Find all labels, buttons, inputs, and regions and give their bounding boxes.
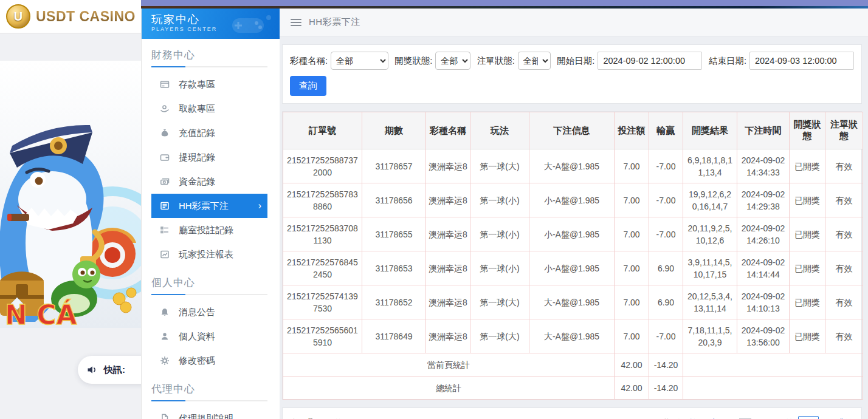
hand-coin-icon (160, 104, 170, 114)
top-purple-strip (141, 0, 868, 6)
mascot-illustration: N CÁ (0, 61, 141, 328)
cell-draw-status: 已開獎 (790, 319, 825, 353)
cell-bet-time: 2024-09-02 13:56:00 (737, 319, 790, 353)
cell-period: 31178653 (362, 251, 426, 285)
cell-draw-status: 已開獎 (790, 217, 825, 251)
cell-win-loss: -7.00 (649, 149, 683, 183)
person-icon (160, 332, 170, 341)
lottery-name-label: 彩種名稱: (290, 55, 328, 67)
sidebar-item-profile[interactable]: 個人資料 (151, 324, 267, 349)
speaker-icon (86, 364, 98, 376)
cell-lottery-name: 澳洲幸运8 (426, 285, 470, 319)
summary-bet-amount: 42.00 (615, 376, 649, 400)
cell-win-loss: 6.90 (649, 285, 683, 319)
sidebar-item-agent-rules[interactable]: 代理規則說明 (151, 406, 267, 419)
sidebar-item-lottery-bet[interactable]: HH彩票下注 › (151, 194, 267, 218)
sidebar-item-label: 個人資料 (179, 331, 215, 342)
sidebar-item-announcements[interactable]: 消息公告 (151, 300, 267, 324)
col-header-play-type: 玩法 (470, 112, 529, 149)
cell-draw-result: 20,11,9,2,5,10,12,6 (683, 217, 737, 251)
moneybag-icon (160, 128, 170, 138)
cell-win-loss: -7.00 (649, 183, 683, 217)
chevron-right-icon: › (258, 201, 261, 211)
sidebar-item-funds-record[interactable]: 資金記錄 (151, 169, 267, 194)
sidebar-item-withdrawal-record[interactable]: 提現記錄 (151, 145, 267, 169)
cell-bet-time: 2024-09-02 14:14:44 (737, 251, 790, 285)
menu-toggle-icon[interactable] (291, 19, 301, 26)
table-header-row: 訂單號 期數 彩種名稱 玩法 下注信息 投注額 輸贏 開獎結果 下注時間 開獎狀… (283, 112, 863, 149)
cell-period: 31178649 (362, 319, 426, 353)
sidebar-item-label: 充值記錄 (179, 128, 215, 139)
col-header-bet-time: 下注時間 (737, 112, 790, 149)
summary-empty (683, 353, 863, 376)
brand-logo[interactable]: U USDT CASINO (0, 0, 141, 33)
order-status-select[interactable]: 全部 (518, 52, 551, 70)
sidebar-item-label: HH彩票下注 (179, 200, 229, 212)
cell-bet-info: 小-A盤@1.985 (529, 217, 615, 251)
personal-menu: 消息公告 個人資料 修改密碼 (151, 300, 267, 373)
sidebar-item-room-bet-record[interactable]: 廳室投註記錄 (151, 218, 267, 242)
bell-icon (160, 307, 170, 317)
cell-order-no: 2152172525887372000 (283, 149, 362, 183)
col-header-bet-info: 下注信息 (529, 112, 615, 149)
section-title-finance: 財務中心 (151, 48, 267, 62)
cell-bet-time: 2024-09-02 14:10:13 (737, 285, 790, 319)
cell-bet-amount: 7.00 (615, 183, 649, 217)
table-row: 215217252576845245031178653澳洲幸运8第一球(小)小-… (283, 251, 863, 285)
col-header-win-loss: 輸贏 (649, 112, 683, 149)
sidebar-item-player-report[interactable]: 玩家投注報表 (151, 242, 267, 267)
sidebar-item-label: 代理規則說明 (179, 413, 233, 419)
cell-bet-amount: 7.00 (615, 217, 649, 251)
cell-order-no: 2152172525837081130 (283, 217, 362, 251)
sidebar-item-label: 玩家投注報表 (179, 249, 233, 261)
sidebar-item-change-password[interactable]: 修改密碼 (151, 349, 267, 373)
cell-draw-status: 已開獎 (790, 251, 825, 285)
cell-bet-info: 大-A盤@1.985 (529, 319, 615, 353)
end-date-label: 結束日期: (709, 55, 746, 67)
sidebar-item-recharge-record[interactable]: 充值記錄 (151, 121, 267, 145)
wallet-icon (160, 152, 170, 162)
agent-menu: 代理規則說明 (151, 406, 267, 419)
finance-menu: 存款專區 取款專區 充值記錄 提現記錄 資金記錄 (151, 72, 267, 267)
pagination-panel: 每頁顯示20條 共6条 首页 上一页 [1] 下一页 第 页 跳转 (282, 407, 862, 419)
page-jump-input[interactable] (798, 416, 819, 419)
sidebar-item-label: 資金記錄 (179, 176, 215, 188)
page-title: HH彩票下注 (309, 16, 360, 28)
document-icon (160, 414, 170, 419)
draw-status-select[interactable]: 全部 (435, 52, 470, 70)
col-header-order-status: 注單狀態 (825, 112, 863, 149)
cell-bet-time: 2024-09-02 14:26:10 (737, 217, 790, 251)
cell-period: 31178655 (362, 217, 426, 251)
start-date-input[interactable] (598, 52, 702, 70)
cell-order-status: 有效 (825, 251, 863, 285)
cell-order-no: 2152172525768452450 (283, 251, 362, 285)
cell-win-loss: -7.00 (649, 319, 683, 353)
sidebar-item-label: 消息公告 (179, 307, 215, 318)
cell-play-type: 第一球(大) (470, 319, 529, 353)
sidebar-item-label: 廳室投註記錄 (179, 225, 233, 236)
cell-order-status: 有效 (825, 285, 863, 319)
query-button[interactable]: 查詢 (290, 76, 326, 96)
sidebar-item-withdraw[interactable]: 取款專區 (151, 97, 267, 121)
news-ticker: 快訊: (78, 356, 141, 384)
summary-row: 當前頁統計42.00-14.20 (283, 353, 863, 376)
cell-draw-result: 7,18,11,1,5,20,3,9 (683, 319, 737, 353)
cell-order-no: 2152172525656015910 (283, 319, 362, 353)
cell-draw-result: 19,9,12,6,20,16,14,7 (683, 183, 737, 217)
sidebar-header: 玩家中心 PLAYERS CENTER (142, 9, 280, 39)
cell-play-type: 第一球(大) (470, 285, 529, 319)
cell-draw-result: 20,12,5,3,4,13,11,14 (683, 285, 737, 319)
cell-bet-amount: 7.00 (615, 285, 649, 319)
sidebar-item-deposit[interactable]: 存款專區 (151, 72, 267, 97)
cell-draw-status: 已開獎 (790, 149, 825, 183)
table-row: 215217252574139753031178652澳洲幸运8第一球(大)大-… (283, 285, 863, 319)
cell-bet-info: 小-A盤@1.985 (529, 183, 615, 217)
cell-period: 31178652 (362, 285, 426, 319)
cell-bet-time: 2024-09-02 14:29:38 (737, 183, 790, 217)
sidebar-item-label: 提現記錄 (179, 152, 215, 163)
col-header-lottery-name: 彩種名稱 (426, 112, 470, 149)
table-row: 215217252585783886031178656澳洲幸运8第一球(小)小-… (283, 183, 863, 217)
cell-bet-amount: 7.00 (615, 251, 649, 285)
lottery-name-select[interactable]: 全部 (331, 52, 388, 70)
end-date-input[interactable] (749, 52, 854, 70)
